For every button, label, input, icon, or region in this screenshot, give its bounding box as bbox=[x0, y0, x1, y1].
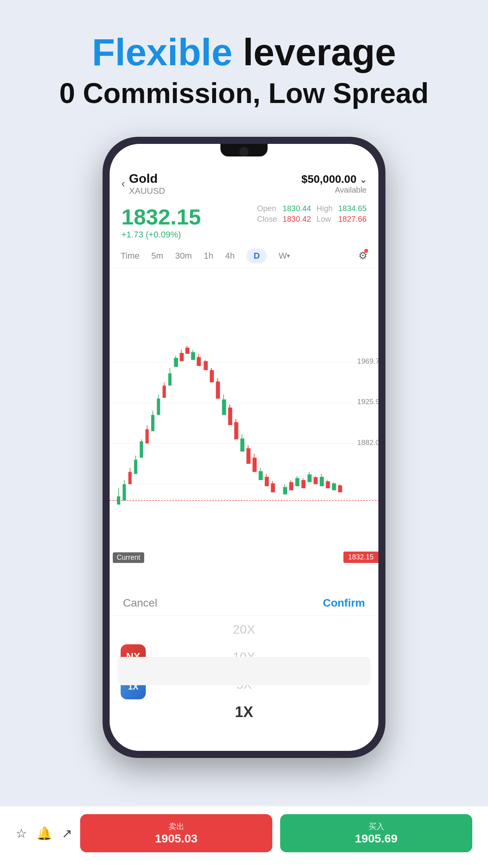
time-item-5m[interactable]: 5m bbox=[151, 251, 163, 261]
svg-text:1882.05: 1882.05 bbox=[357, 438, 378, 447]
buy-label: 买入 bbox=[284, 821, 468, 832]
sell-price: 1905.03 bbox=[84, 832, 268, 845]
svg-rect-30 bbox=[185, 348, 189, 354]
picker-area[interactable]: NX 1X 20X 10X 5X bbox=[110, 616, 378, 726]
svg-rect-64 bbox=[295, 478, 299, 486]
header-title: Flexible leverage bbox=[24, 31, 464, 73]
svg-rect-50 bbox=[246, 448, 250, 463]
sheet-header: Cancel Confirm bbox=[110, 586, 378, 616]
time-item-w[interactable]: W ▾ bbox=[279, 251, 290, 261]
time-item-30m[interactable]: 30m bbox=[175, 251, 192, 261]
low-label: Low bbox=[317, 215, 333, 224]
current-price: 1832.15 bbox=[121, 204, 201, 230]
chart-area: 1969.78 1925.92 1882.05 Current 1832.15 bbox=[110, 268, 378, 586]
share-icon[interactable]: ↗ bbox=[62, 826, 72, 841]
instrument-name: Gold bbox=[129, 171, 165, 186]
picker-item-1x[interactable]: 1X bbox=[233, 699, 255, 726]
svg-rect-68 bbox=[308, 474, 312, 482]
svg-rect-26 bbox=[174, 358, 178, 367]
price-section: 1832.15 +1.73 (+0.09%) Open 1830.44 High… bbox=[110, 200, 378, 244]
svg-rect-14 bbox=[140, 441, 143, 457]
svg-rect-24 bbox=[168, 373, 171, 385]
svg-rect-18 bbox=[151, 415, 154, 431]
settings-button[interactable]: ⚙ bbox=[358, 250, 367, 262]
phone-camera bbox=[239, 147, 249, 156]
time-item-time[interactable]: Time bbox=[121, 251, 139, 261]
buy-price: 1905.69 bbox=[284, 832, 468, 845]
phone-wrapper: ‹ Gold XAUUSD $50,000.00 ⌄ Available bbox=[0, 125, 488, 758]
svg-rect-6 bbox=[117, 496, 120, 504]
current-price-badge: 1832.15 bbox=[343, 552, 378, 563]
buy-button[interactable]: 买入 1905.69 bbox=[280, 814, 472, 852]
title-black: leverage bbox=[233, 31, 396, 73]
svg-rect-16 bbox=[145, 429, 149, 443]
header-subtitle: 0 Commission, Low Spread bbox=[24, 77, 464, 109]
svg-rect-36 bbox=[204, 361, 207, 370]
svg-rect-58 bbox=[271, 483, 275, 492]
svg-rect-42 bbox=[222, 399, 226, 415]
svg-rect-72 bbox=[320, 477, 324, 486]
svg-rect-78 bbox=[338, 485, 342, 492]
time-item-1h[interactable]: 1h bbox=[204, 251, 213, 261]
balance-dropdown-icon: ⌄ bbox=[360, 175, 367, 185]
svg-rect-76 bbox=[332, 483, 336, 490]
svg-rect-34 bbox=[197, 357, 201, 366]
leverage-picker-sheet: Cancel Confirm NX bbox=[110, 586, 378, 751]
open-label: Open bbox=[257, 204, 277, 213]
balance-label: Available bbox=[301, 186, 367, 195]
svg-rect-48 bbox=[240, 438, 244, 451]
svg-rect-60 bbox=[283, 487, 287, 494]
price-change: +1.73 (+0.09%) bbox=[121, 230, 201, 240]
svg-rect-46 bbox=[234, 422, 238, 440]
svg-rect-28 bbox=[180, 353, 183, 361]
high-label: High bbox=[317, 204, 333, 213]
cancel-button[interactable]: Cancel bbox=[123, 597, 157, 609]
bell-icon[interactable]: 🔔 bbox=[37, 826, 52, 841]
svg-rect-40 bbox=[216, 381, 220, 399]
svg-rect-32 bbox=[191, 352, 195, 360]
phone-inner: ‹ Gold XAUUSD $50,000.00 ⌄ Available bbox=[110, 144, 378, 751]
app-content: ‹ Gold XAUUSD $50,000.00 ⌄ Available bbox=[110, 144, 378, 751]
picker-item-20x[interactable]: 20X bbox=[233, 616, 255, 644]
instrument-symbol: XAUUSD bbox=[129, 186, 165, 196]
svg-rect-54 bbox=[259, 471, 262, 480]
top-bar-left: ‹ Gold XAUUSD bbox=[121, 171, 165, 196]
svg-rect-38 bbox=[210, 370, 214, 382]
svg-rect-74 bbox=[326, 481, 330, 488]
ohlc-grid: Open 1830.44 High 1834.65 Close 1830.42 … bbox=[257, 204, 367, 224]
svg-rect-66 bbox=[301, 480, 305, 488]
action-icons: ☆ 🔔 ↗ bbox=[16, 826, 72, 841]
close-label: Close bbox=[257, 215, 277, 224]
time-item-4h[interactable]: 4h bbox=[225, 251, 235, 261]
chart-svg: 1969.78 1925.92 1882.05 bbox=[110, 268, 378, 586]
time-item-d[interactable]: D bbox=[246, 248, 267, 263]
back-button[interactable]: ‹ bbox=[121, 177, 125, 190]
title-blue: Flexible bbox=[92, 31, 232, 73]
star-icon[interactable]: ☆ bbox=[16, 826, 27, 841]
picker-highlight bbox=[117, 657, 371, 685]
svg-rect-10 bbox=[128, 472, 132, 484]
high-value: 1834.65 bbox=[338, 204, 367, 213]
top-bar: ‹ Gold XAUUSD $50,000.00 ⌄ Available bbox=[110, 164, 378, 200]
svg-rect-12 bbox=[134, 460, 137, 474]
svg-rect-70 bbox=[314, 477, 317, 484]
close-value: 1830.42 bbox=[283, 215, 311, 224]
svg-rect-62 bbox=[289, 482, 293, 490]
confirm-button[interactable]: Confirm bbox=[323, 597, 365, 609]
low-value: 1827.66 bbox=[338, 215, 367, 224]
sell-button[interactable]: 卖出 1905.03 bbox=[80, 814, 272, 852]
action-bar-outer: ☆ 🔔 ↗ 卖出 1905.03 买入 1905.69 bbox=[0, 806, 488, 868]
time-bar: Time 5m 30m 1h 4h D W ▾ ⚙ bbox=[110, 244, 378, 268]
svg-text:1925.92: 1925.92 bbox=[357, 397, 378, 406]
header-section: Flexible leverage 0 Commission, Low Spre… bbox=[0, 0, 488, 125]
current-label: Current bbox=[113, 552, 144, 563]
svg-rect-44 bbox=[228, 407, 232, 425]
svg-rect-22 bbox=[163, 385, 166, 397]
settings-dot bbox=[364, 249, 368, 253]
balance-info[interactable]: $50,000.00 ⌄ Available bbox=[301, 173, 367, 195]
svg-text:1969.78: 1969.78 bbox=[357, 357, 378, 365]
svg-rect-52 bbox=[253, 458, 257, 472]
sell-label: 卖出 bbox=[84, 821, 268, 832]
svg-rect-56 bbox=[265, 477, 269, 486]
balance-amount: $50,000.00 ⌄ bbox=[301, 173, 367, 186]
